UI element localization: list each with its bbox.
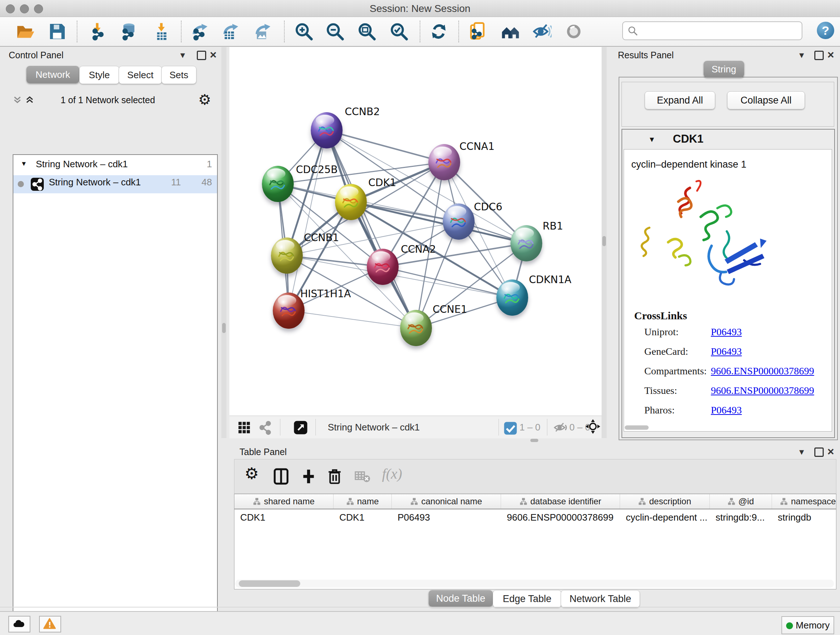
horizontal-splitter-handle[interactable] xyxy=(531,439,538,442)
node-CCNA2[interactable] xyxy=(367,249,399,285)
edge-CCNA2-CDKN1A[interactable] xyxy=(383,267,512,298)
table-clear-icon[interactable] xyxy=(353,467,371,486)
warning-button[interactable] xyxy=(39,616,61,632)
homes-icon[interactable] xyxy=(500,21,521,42)
collapse-all-icon[interactable] xyxy=(11,95,23,107)
tab-select[interactable]: Select xyxy=(118,66,162,84)
control-panel-close-icon[interactable]: × xyxy=(210,51,217,59)
edge-CCNB2-CCNA1[interactable] xyxy=(327,130,444,162)
import-network-icon[interactable] xyxy=(88,21,108,42)
node-HIST1H1A[interactable] xyxy=(273,293,305,329)
node-CDK1[interactable] xyxy=(335,184,367,220)
network-canvas[interactable]: CCNB2 CCNA1 CDC25B CDK1 xyxy=(229,47,602,416)
table-panel-collapse-icon[interactable]: ▼ xyxy=(798,448,806,456)
tab-network[interactable]: Network xyxy=(27,66,79,83)
memory-button[interactable]: Memory xyxy=(782,616,834,634)
tree-expander-icon[interactable]: ▼ xyxy=(21,160,27,168)
export-table-icon[interactable] xyxy=(219,21,240,42)
selected-checkbox-icon[interactable] xyxy=(503,421,516,434)
results-scroll-thumb[interactable] xyxy=(625,425,649,430)
cdk1-expander-icon[interactable]: ▼ xyxy=(648,135,655,144)
tab-edge-table[interactable]: Edge Table xyxy=(493,590,561,608)
table-cell[interactable]: 9606.ENSP00000378699 xyxy=(501,509,620,525)
save-icon[interactable] xyxy=(47,21,67,42)
column-header-shared-name[interactable]: shared name xyxy=(234,494,333,509)
table-hscroll-thumb[interactable] xyxy=(239,580,300,587)
node-CCNB2[interactable] xyxy=(311,112,343,149)
right-splitter[interactable] xyxy=(602,47,607,438)
column-header-namespace[interactable]: namespace xyxy=(772,494,836,509)
column-header-description[interactable]: description xyxy=(620,494,710,509)
table-cell[interactable]: CDK1 xyxy=(333,509,392,525)
node-CDKN1A[interactable] xyxy=(496,279,528,316)
search-input[interactable] xyxy=(622,21,802,40)
zoom-fit-icon[interactable] xyxy=(357,21,377,42)
table-cell[interactable]: stringdb:9... xyxy=(710,509,772,525)
crosslink-value-link[interactable]: 9606.ENSP00000378699 xyxy=(711,365,814,377)
crosslink-value-link[interactable]: P06493 xyxy=(711,326,742,338)
node-CDC25B[interactable] xyxy=(262,166,294,202)
results-panel-close-icon[interactable]: × xyxy=(827,51,834,59)
table-row[interactable]: CDK1CDK1P064939606.ENSP00000378699cyclin… xyxy=(234,509,836,525)
collapse-all-button[interactable]: Collapse All xyxy=(727,91,805,109)
open-in-window-icon[interactable] xyxy=(293,420,308,435)
node-CCNA1[interactable] xyxy=(428,144,460,180)
table-cell[interactable]: CDK1 xyxy=(234,509,333,525)
table-delete-icon[interactable] xyxy=(325,467,344,486)
node-CCNB1[interactable] xyxy=(271,238,303,274)
table-cell[interactable]: P06493 xyxy=(392,509,501,525)
import-database-icon[interactable] xyxy=(118,21,138,42)
zoom-out-icon[interactable] xyxy=(325,21,345,42)
column-header-database-identifier[interactable]: database identifier xyxy=(501,494,620,509)
edge-HIST1H1A-CCNE1[interactable] xyxy=(289,310,416,328)
column-header--id[interactable]: @id xyxy=(710,494,772,509)
tab-network-table[interactable]: Network Table xyxy=(561,590,640,608)
column-header-name[interactable]: name xyxy=(333,494,392,509)
show-eye-icon[interactable] xyxy=(564,21,584,42)
network-options-gear-icon[interactable]: ⚙ xyxy=(198,91,211,108)
hidden-eye-icon[interactable] xyxy=(552,420,567,435)
table-gear-icon[interactable]: ⚙ xyxy=(245,464,263,483)
edge-CCNB2-HIST1H1A[interactable] xyxy=(289,130,327,310)
results-panel-float-icon[interactable] xyxy=(814,51,824,60)
control-panel-float-icon[interactable] xyxy=(197,51,206,60)
crosslink-value-link[interactable]: P06493 xyxy=(711,346,742,357)
export-network-icon[interactable] xyxy=(189,21,209,42)
left-splitter-handle[interactable] xyxy=(222,323,226,333)
export-image-icon[interactable] xyxy=(252,21,272,42)
results-panel-collapse-icon[interactable]: ▼ xyxy=(798,51,806,59)
table-function-icon[interactable]: f(x) xyxy=(382,465,400,483)
table-panel-float-icon[interactable] xyxy=(814,448,824,457)
import-table-icon[interactable] xyxy=(151,21,172,42)
cloud-button[interactable] xyxy=(8,616,30,632)
expand-all-icon[interactable] xyxy=(24,95,35,107)
table-columns-icon[interactable] xyxy=(272,467,290,486)
help-button[interactable]: ? xyxy=(817,22,834,39)
column-header-canonical-name[interactable]: canonical name xyxy=(392,494,501,509)
refresh-icon[interactable] xyxy=(429,21,449,42)
crosslink-value-link[interactable]: P06493 xyxy=(711,404,742,416)
open-folder-icon[interactable] xyxy=(15,21,35,42)
table-panel-close-icon[interactable]: × xyxy=(827,448,834,455)
table-cell[interactable]: stringdb xyxy=(772,509,836,525)
control-panel-collapse-icon[interactable]: ▼ xyxy=(179,51,187,59)
doc-share-icon[interactable] xyxy=(469,21,489,42)
horizontal-splitter[interactable] xyxy=(229,438,602,442)
table-cell[interactable]: cyclin-dependent ... xyxy=(620,509,710,525)
right-splitter-handle[interactable] xyxy=(602,236,606,246)
node-RB1[interactable] xyxy=(510,225,542,261)
crosslink-value-link[interactable]: 9606.ENSP00000378699 xyxy=(711,385,814,396)
hide-eye-icon[interactable] xyxy=(531,21,552,42)
zoom-in-icon[interactable] xyxy=(294,21,314,42)
crosshair-icon[interactable] xyxy=(585,419,602,435)
network-row[interactable]: String Network – cdk1 11 48 xyxy=(13,175,217,193)
expand-all-button[interactable]: Expand All xyxy=(645,91,715,109)
tab-sets[interactable]: Sets xyxy=(161,66,196,84)
share-view-icon[interactable] xyxy=(257,420,273,435)
node-CCNE1[interactable] xyxy=(400,310,432,346)
tab-string[interactable]: String xyxy=(704,61,744,78)
zoom-selected-icon[interactable] xyxy=(389,21,409,42)
tab-node-table[interactable]: Node Table xyxy=(429,590,493,607)
table-add-icon[interactable] xyxy=(300,467,317,486)
node-CDC6[interactable] xyxy=(443,203,475,240)
